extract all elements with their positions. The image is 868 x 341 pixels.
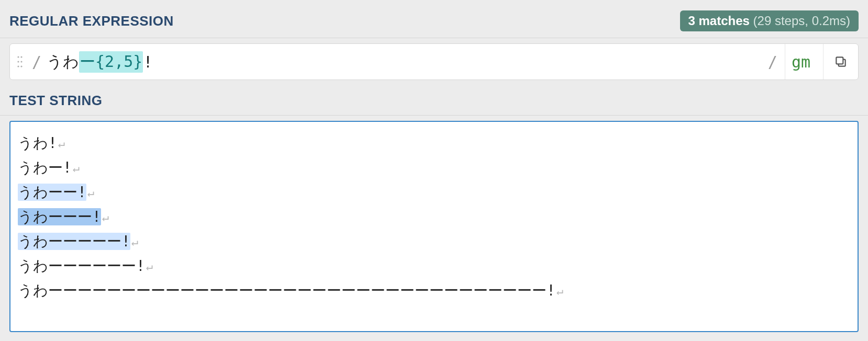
regex-close-delimiter: / [761, 44, 785, 79]
regex-input-row: / うわー{2,5}! / gm [9, 43, 859, 80]
test-line: うわーーーーーーーーーーーーーーーーーーーーーーーーーーーーーーーーーー!↵ [18, 279, 850, 303]
newline-marker-icon: ↵ [145, 260, 153, 273]
test-line: うわーーー!↵ [18, 205, 850, 230]
match-status-pill: 3 matches (29 steps, 0.2ms) [680, 10, 859, 31]
text-segment: うわ! [18, 134, 57, 152]
match-highlight: うわーー! [18, 184, 86, 201]
svg-point-5 [20, 65, 22, 67]
newline-marker-icon: ↵ [101, 211, 109, 224]
newline-marker-icon: ↵ [555, 285, 563, 298]
newline-marker-icon: ↵ [130, 235, 138, 248]
test-line: うわーーーーー!↵ [18, 230, 850, 254]
test-line: うわーーーーーー!↵ [18, 254, 850, 279]
match-detail-label: (29 steps, 0.2ms) [750, 14, 850, 28]
match-highlight: うわーーー! [18, 208, 101, 225]
test-line: うわーー!↵ [18, 180, 850, 205]
regex-pattern-input[interactable]: うわー{2,5}! [47, 44, 761, 79]
regex-flags-button[interactable]: gm [785, 44, 824, 79]
newline-marker-icon: ↵ [72, 162, 80, 175]
svg-point-4 [17, 65, 19, 67]
text-segment: うわーーーーーーーーーーーーーーーーーーーーーーーーーーーーーーーーーー! [18, 282, 555, 299]
test-string-input[interactable]: うわ!↵うわー!↵うわーー!↵うわーーー!↵うわーーーーー!↵うわーーーーーー!… [9, 121, 859, 332]
svg-point-0 [17, 56, 19, 58]
text-segment: うわー! [18, 159, 72, 176]
copy-regex-button[interactable] [824, 44, 858, 79]
test-line: うわー!↵ [18, 156, 850, 180]
match-highlight: うわーーーーー! [18, 233, 130, 250]
regex-quantifier: ー{2,5} [79, 51, 143, 73]
newline-marker-icon: ↵ [86, 186, 94, 199]
test-line: うわ!↵ [18, 131, 850, 156]
svg-point-3 [20, 61, 22, 62]
drag-handle-icon[interactable] [10, 44, 30, 79]
match-count-label: 3 matches [688, 14, 750, 28]
regex-open-delimiter: / [30, 44, 47, 79]
copy-icon [834, 55, 848, 69]
text-segment: うわーーーーーー! [18, 257, 145, 275]
regex-literal: うわ [47, 51, 79, 73]
svg-rect-7 [836, 57, 843, 64]
regex-literal: ! [143, 53, 152, 71]
test-string-section-title: TEST STRING [9, 93, 859, 109]
svg-point-2 [17, 61, 19, 62]
svg-point-1 [20, 56, 22, 58]
regex-section-title: REGULAR EXPRESSION [9, 13, 174, 29]
newline-marker-icon: ↵ [57, 137, 65, 150]
